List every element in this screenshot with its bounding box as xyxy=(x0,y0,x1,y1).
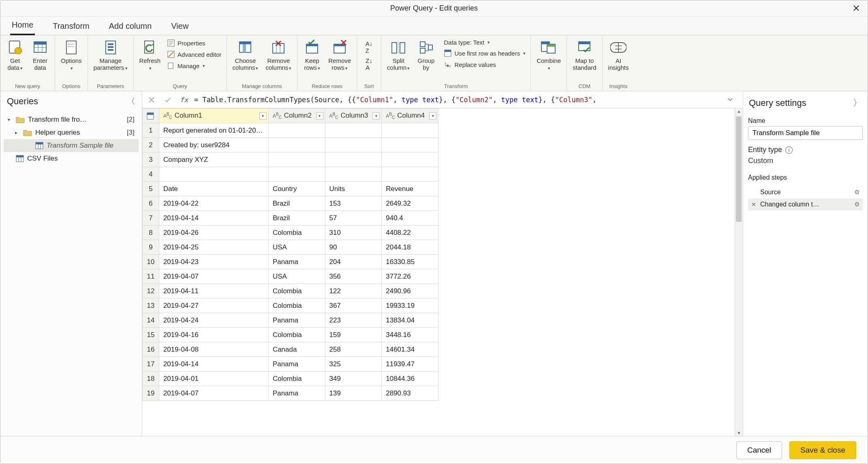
cell[interactable]: Colombia xyxy=(268,328,325,342)
cell[interactable]: Colombia xyxy=(268,226,325,240)
cell[interactable]: Colombia xyxy=(268,284,325,299)
cell[interactable]: 57 xyxy=(325,211,382,226)
keep-rows-button[interactable]: Keep rows xyxy=(300,37,324,73)
cell[interactable] xyxy=(382,167,438,182)
cell[interactable]: 349 xyxy=(325,372,382,386)
save-close-button[interactable]: Save & close xyxy=(789,441,856,459)
cell[interactable]: Panama xyxy=(268,255,325,269)
cell[interactable]: 159 xyxy=(325,328,382,342)
cell[interactable]: 2019-04-14 xyxy=(159,357,268,372)
cell[interactable]: 325 xyxy=(325,357,382,372)
group-by-button[interactable]: Group by xyxy=(414,37,438,73)
cell[interactable]: 204 xyxy=(325,255,382,269)
cell[interactable]: 2019-04-01 xyxy=(159,372,268,386)
cell[interactable]: 2019-04-11 xyxy=(159,284,268,299)
split-column-button[interactable]: Split column xyxy=(384,37,413,73)
cell[interactable]: 153 xyxy=(325,196,382,211)
table-row[interactable]: 82019-04-26Colombia3104408.22 xyxy=(143,226,438,240)
scrollbar-thumb[interactable] xyxy=(736,116,742,222)
cell[interactable] xyxy=(325,123,382,138)
cell[interactable]: 16330.85 xyxy=(382,255,438,269)
cell[interactable]: Panama xyxy=(268,386,325,401)
table-row[interactable]: 3Company XYZ xyxy=(143,153,438,167)
cell[interactable]: Country xyxy=(268,182,325,196)
cell[interactable]: 940.4 xyxy=(382,211,438,226)
tab-home[interactable]: Home xyxy=(10,17,35,35)
cell[interactable]: Colombia xyxy=(268,372,325,386)
vertical-scrollbar[interactable]: ▲ ▼ xyxy=(735,108,743,436)
cell[interactable]: 2019-04-24 xyxy=(159,313,268,328)
table-row[interactable]: 112019-04-07USA3563772.26 xyxy=(143,269,438,284)
map-to-standard-button[interactable]: Map to standard xyxy=(569,37,599,73)
table-row[interactable]: 152019-04-16Colombia1593448.16 xyxy=(143,328,438,342)
cell[interactable] xyxy=(325,167,382,182)
remove-columns-button[interactable]: Remove columns xyxy=(262,37,295,73)
cell[interactable]: Revenue xyxy=(382,182,438,196)
tab-transform[interactable]: Transform xyxy=(51,18,91,35)
cell[interactable]: Canada xyxy=(268,342,325,357)
column-filter-button[interactable]: ▾ xyxy=(316,112,323,120)
replace-values-button[interactable]: 12 Replace values xyxy=(441,59,528,70)
applied-step[interactable]: Source⚙ xyxy=(748,186,863,198)
table-row[interactable]: 132019-04-27Colombia36719933.19 xyxy=(143,299,438,313)
table-row[interactable]: 102019-04-23Panama20416330.85 xyxy=(143,255,438,269)
cell[interactable]: 2019-04-25 xyxy=(159,240,268,255)
table-row[interactable]: 92019-04-25USA902044.18 xyxy=(143,240,438,255)
cell[interactable]: 122 xyxy=(325,284,382,299)
cell[interactable]: 2019-04-07 xyxy=(159,269,268,284)
table-row[interactable]: 162019-04-08Canada25814601.34 xyxy=(143,342,438,357)
select-all-corner[interactable] xyxy=(143,109,159,123)
query-name-input[interactable] xyxy=(748,126,863,140)
table-row[interactable]: 122019-04-11Colombia1222490.96 xyxy=(143,284,438,299)
cell[interactable] xyxy=(268,167,325,182)
gear-icon[interactable]: ⚙ xyxy=(854,201,859,208)
cell[interactable]: 2019-04-08 xyxy=(159,342,268,357)
cell[interactable]: 4408.22 xyxy=(382,226,438,240)
cancel-button[interactable]: Cancel xyxy=(736,441,782,459)
cell[interactable]: 310 xyxy=(325,226,382,240)
table-row[interactable]: 142019-04-24Panama22313834.04 xyxy=(143,313,438,328)
cell[interactable]: 2019-04-26 xyxy=(159,226,268,240)
cell[interactable]: 14601.34 xyxy=(382,342,438,357)
applied-step[interactable]: ✕Changed column t…⚙ xyxy=(748,198,863,211)
refresh-button[interactable]: Refresh xyxy=(136,37,164,73)
table-row[interactable]: 182019-04-01Colombia34910844.36 xyxy=(143,372,438,386)
cell[interactable]: 356 xyxy=(325,269,382,284)
cell[interactable]: 2019-04-14 xyxy=(159,211,268,226)
cell[interactable]: 11939.47 xyxy=(382,357,438,372)
cell[interactable]: 258 xyxy=(325,342,382,357)
cell[interactable]: Panama xyxy=(268,357,325,372)
cell[interactable]: Units xyxy=(325,182,382,196)
cell[interactable]: 2490.96 xyxy=(382,284,438,299)
table-row[interactable]: 72019-04-14Brazil57940.4 xyxy=(143,211,438,226)
column-header[interactable]: ABCColumn3▾ xyxy=(325,109,382,123)
cell[interactable]: USA xyxy=(268,269,325,284)
cell[interactable]: 3772.26 xyxy=(382,269,438,284)
table-row[interactable]: 192019-04-07Panama1392890.93 xyxy=(143,386,438,401)
tab-view[interactable]: View xyxy=(169,18,190,35)
queries-folder[interactable]: ▸Helper queries[3] xyxy=(4,126,139,139)
cell[interactable]: 2044.18 xyxy=(382,240,438,255)
tab-add-column[interactable]: Add column xyxy=(107,18,154,35)
sort-asc-button[interactable]: A↓Z xyxy=(365,39,374,55)
cell[interactable] xyxy=(382,123,438,138)
properties-button[interactable]: Properties xyxy=(165,38,224,48)
column-filter-button[interactable]: ▾ xyxy=(259,112,267,120)
cell[interactable]: 2890.93 xyxy=(382,386,438,401)
cell[interactable]: Brazil xyxy=(268,211,325,226)
delete-step-button[interactable]: ✕ xyxy=(751,201,757,208)
options-button[interactable]: Options xyxy=(58,37,85,73)
queries-item[interactable]: Transform Sample file xyxy=(4,139,139,152)
queries-item[interactable]: CSV Files xyxy=(4,152,139,165)
cell[interactable] xyxy=(325,153,382,167)
cell[interactable]: 2019-04-07 xyxy=(159,386,268,401)
info-icon[interactable]: i xyxy=(785,146,793,154)
cell[interactable]: 139 xyxy=(325,386,382,401)
data-type-button[interactable]: Data type: Text xyxy=(441,38,528,47)
cell[interactable]: 3448.16 xyxy=(382,328,438,342)
cell[interactable]: 2019-04-23 xyxy=(159,255,268,269)
formula-commit-button[interactable] xyxy=(162,94,174,106)
column-filter-button[interactable]: ▾ xyxy=(429,112,436,120)
cell[interactable] xyxy=(268,138,325,153)
data-grid[interactable]: ABCColumn1▾ABCColumn2▾ABCColumn3▾ABCColu… xyxy=(142,108,438,401)
